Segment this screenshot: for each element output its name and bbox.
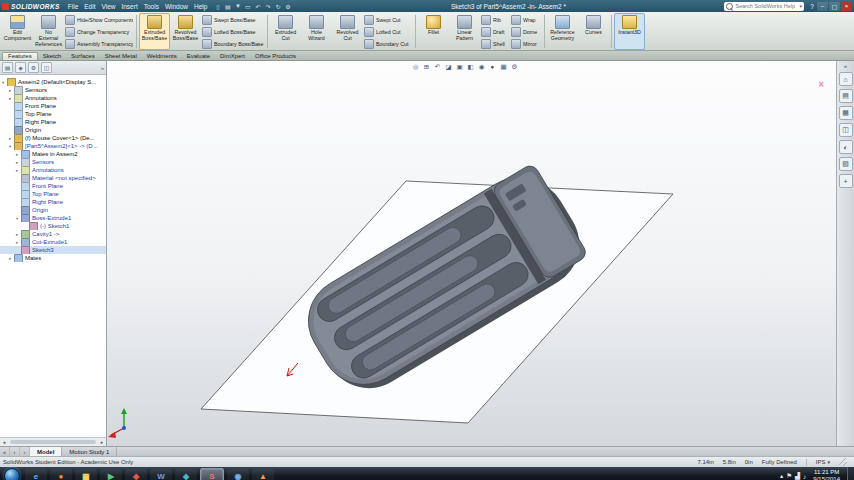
appearances-icon[interactable]: ◐ — [839, 140, 853, 154]
hole-wizard-button[interactable]: Hole Wizard — [301, 13, 332, 50]
menu-edit[interactable]: Edit — [81, 3, 98, 10]
tab-sheet-metal[interactable]: Sheet Metal — [100, 52, 142, 60]
tree-item-front-plane-2[interactable]: Front Plane — [0, 182, 106, 190]
zoom-to-area-icon[interactable]: ⊞ — [422, 62, 431, 71]
hide-show-items-icon[interactable]: ◉ — [477, 62, 486, 71]
menu-tools[interactable]: Tools — [141, 3, 162, 10]
panel-expand-icon[interactable]: » — [101, 65, 104, 71]
tree-item-assem2[interactable]: ▾Assem2 (Default<Display S... — [0, 78, 106, 86]
model-tabs-next-icon[interactable]: › — [20, 447, 30, 456]
tray-flag-icon[interactable]: ⚑ — [786, 472, 792, 480]
taskbar-firefox-icon[interactable]: ● — [50, 469, 72, 480]
search-input[interactable] — [735, 3, 799, 9]
orientation-triad[interactable] — [108, 408, 127, 438]
menu-view[interactable]: View — [98, 3, 118, 10]
tree-item-sensors-2[interactable]: ▸Sensors — [0, 158, 106, 166]
tab-weldments[interactable]: Weldments — [142, 52, 182, 60]
configurationmanager-tab-icon[interactable]: ⚙ — [28, 62, 39, 73]
custom-properties-icon[interactable]: ▧ — [839, 157, 853, 171]
taskbar-word-icon[interactable]: W — [150, 469, 172, 480]
tray-volume-icon[interactable]: ♪ — [803, 473, 806, 480]
reference-geometry-button[interactable]: Reference Geometry — [547, 13, 578, 50]
displaymanager-tab-icon[interactable]: ◫ — [41, 62, 52, 73]
linear-pattern-button[interactable]: Linear Pattern — [449, 13, 480, 50]
tree-item-sketch1[interactable]: (-) Sketch1 — [0, 222, 106, 230]
boundary-boss-base-button[interactable]: Boundary Boss/Base — [202, 38, 264, 49]
tree-item-front-plane[interactable]: Front Plane — [0, 102, 106, 110]
tree-item-mouse-cover[interactable]: ▸(f) Mouse Cover<1> (De... — [0, 134, 106, 142]
redo-icon[interactable]: ↷ — [263, 2, 272, 11]
tree-item-annotations-2[interactable]: ▸Annotations — [0, 166, 106, 174]
menu-insert[interactable]: Insert — [118, 3, 140, 10]
menu-window[interactable]: Window — [162, 3, 191, 10]
open-icon[interactable]: ▤ — [223, 2, 232, 11]
graphics-scene[interactable] — [107, 61, 836, 446]
tree-item-cut-extrude1[interactable]: ▸Cut-Extrude1 — [0, 238, 106, 246]
draft-button[interactable]: Draft — [481, 26, 509, 37]
revolved-boss-base-button[interactable]: Revolved Boss/Base — [170, 13, 201, 50]
mirror-button[interactable]: Mirror — [511, 38, 541, 49]
menu-help[interactable]: Help — [191, 3, 210, 10]
tree-item-mates-in-assem2[interactable]: ▸Mates in Assem2 — [0, 150, 106, 158]
model-tabs-prev-icon[interactable]: ‹ — [10, 447, 20, 456]
assembly-transparency-button[interactable]: Assembly Transparency — [65, 38, 133, 49]
tab-surfaces[interactable]: Surfaces — [66, 52, 100, 60]
tree-item-cavity1[interactable]: ▸Cavity1 -> — [0, 230, 106, 238]
tree-item-part5-assem2[interactable]: ▾[Part5^Assem2]<1> -> (D... — [0, 142, 106, 150]
tree-item-boss-extrude1[interactable]: ▾Boss-Extrude1 — [0, 214, 106, 222]
undo-icon[interactable]: ↶ — [253, 2, 262, 11]
options-icon[interactable]: ⚙ — [283, 2, 292, 11]
minimize-button[interactable]: – — [817, 2, 828, 11]
scroll-thumb[interactable] — [10, 440, 96, 444]
expand-taskpane-icon[interactable]: « — [844, 63, 847, 69]
model-tabs-first-icon[interactable]: « — [0, 447, 10, 456]
taskbar-app-teal-icon[interactable]: ◈ — [175, 469, 197, 480]
curves-button[interactable]: Curves — [578, 13, 609, 50]
tab-evaluate[interactable]: Evaluate — [182, 52, 215, 60]
display-style-icon[interactable]: ◧ — [466, 62, 475, 71]
taskbar-app-blue-icon[interactable]: ◉ — [227, 469, 249, 480]
tree-item-sketch3[interactable]: Sketch3 — [0, 246, 106, 254]
edit-appearance-icon[interactable]: ● — [488, 62, 497, 71]
rebuild-icon[interactable]: ↻ — [273, 2, 282, 11]
save-icon[interactable]: ▼ — [233, 2, 242, 11]
close-button[interactable]: × — [841, 2, 852, 11]
instant3d-button[interactable]: Instant3D — [614, 13, 645, 50]
edit-component-button[interactable]: Edit Component — [2, 13, 33, 50]
view-settings-icon[interactable]: ⚙ — [510, 62, 519, 71]
section-view-icon[interactable]: ◪ — [444, 62, 453, 71]
tab-model[interactable]: Model — [30, 447, 62, 456]
swept-boss-base-button[interactable]: Swept Boss/Base — [202, 14, 264, 25]
units-dropdown[interactable]: IPS ▾ — [816, 459, 830, 465]
search-dropdown-icon[interactable]: ▾ — [799, 3, 802, 9]
scroll-left-icon[interactable]: ◂ — [0, 439, 8, 445]
maximize-button[interactable]: ▢ — [829, 2, 840, 11]
taskbar-solidworks-icon[interactable]: S — [200, 468, 224, 480]
tab-sketch[interactable]: Sketch — [38, 52, 66, 60]
previous-view-icon[interactable]: ↶ — [433, 62, 442, 71]
extruded-cut-button[interactable]: Extruded Cut — [270, 13, 301, 50]
start-button[interactable] — [4, 468, 20, 480]
tree-item-mates[interactable]: ▸Mates — [0, 254, 106, 262]
shell-button[interactable]: Shell — [481, 38, 509, 49]
solidworks-resources-icon[interactable]: ⌂ — [839, 72, 853, 86]
view-palette-icon[interactable]: ◫ — [839, 123, 853, 137]
boundary-cut-button[interactable]: Boundary Cut — [364, 38, 412, 49]
fillet-button[interactable]: Fillet — [418, 13, 449, 50]
zoom-to-fit-icon[interactable]: ◎ — [411, 62, 420, 71]
menu-file[interactable]: File — [65, 3, 81, 10]
tree-item-right-plane[interactable]: Right Plane — [0, 118, 106, 126]
tab-office-products[interactable]: Office Products — [250, 52, 301, 60]
tree-horizontal-scrollbar[interactable]: ◂ ▸ — [0, 437, 106, 446]
tray-network-icon[interactable]: ▟ — [795, 472, 800, 480]
featuremanager-tab-icon[interactable]: ▤ — [2, 62, 13, 73]
tab-features[interactable]: Features — [2, 52, 38, 60]
file-explorer-icon[interactable]: ▦ — [839, 106, 853, 120]
new-icon[interactable]: ▯ — [213, 2, 222, 11]
taskbar-clock[interactable]: 11:21 PM 9/15/2014 — [809, 469, 844, 480]
hide-show-components-button[interactable]: Hide/Show Components — [65, 14, 133, 25]
change-transparency-button[interactable]: Change Transparency — [65, 26, 133, 37]
tab-motion-study-1[interactable]: Motion Study 1 — [62, 447, 117, 456]
exit-sketch-icon[interactable]: × — [818, 79, 824, 90]
design-library-icon[interactable]: ▤ — [839, 89, 853, 103]
